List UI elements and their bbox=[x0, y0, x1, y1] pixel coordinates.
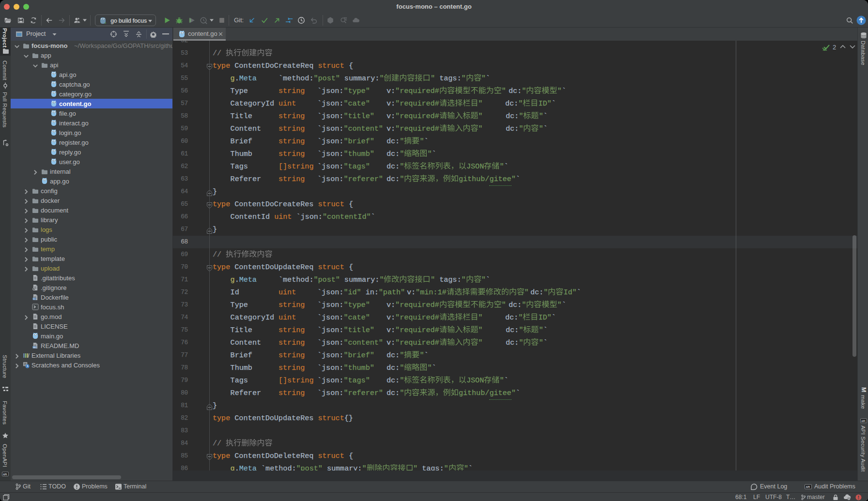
svg-text:MD: MD bbox=[33, 346, 36, 349]
svg-text:2: 2 bbox=[833, 44, 836, 51]
svg-text:API: API bbox=[861, 420, 866, 423]
svg-text:D: D bbox=[33, 298, 35, 300]
svg-text:API: API bbox=[806, 486, 810, 488]
svg-text:API: API bbox=[3, 473, 7, 476]
